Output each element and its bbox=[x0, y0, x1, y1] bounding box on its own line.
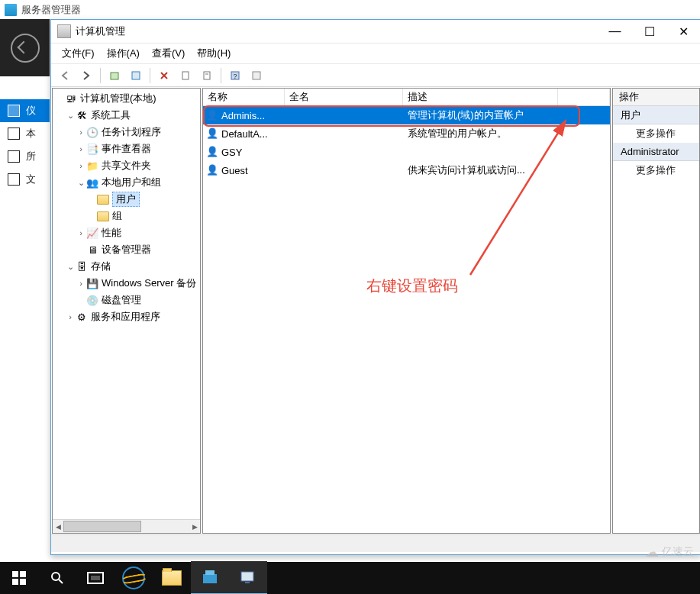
actions-more-2[interactable]: 更多操作 bbox=[613, 161, 699, 179]
taskbar-explorer[interactable] bbox=[153, 562, 191, 594]
nav-file[interactable]: 文 bbox=[0, 168, 50, 191]
actions-group-administrator[interactable]: Administrator bbox=[613, 143, 699, 161]
taskbar-servermanager[interactable] bbox=[191, 561, 229, 594]
compmgmt-icon bbox=[239, 568, 257, 586]
svg-rect-16 bbox=[245, 582, 250, 583]
menu-action[interactable]: 操作(A) bbox=[102, 44, 144, 63]
cm-titlebar[interactable]: 计算机管理 — ☐ ✕ bbox=[51, 20, 700, 44]
tree-users[interactable]: 用户 bbox=[53, 191, 201, 208]
taskbar-ie[interactable] bbox=[115, 562, 153, 594]
start-button[interactable] bbox=[0, 562, 38, 594]
nav-all[interactable]: 所 bbox=[0, 145, 50, 168]
actions-header: 操作 bbox=[613, 89, 699, 106]
taskbar[interactable] bbox=[0, 562, 700, 594]
toolbar-sep2 bbox=[150, 68, 150, 83]
tree-wsb[interactable]: ›💾Windows Server 备份 bbox=[53, 275, 201, 292]
svg-rect-3 bbox=[204, 72, 210, 79]
back-icon[interactable] bbox=[56, 66, 74, 85]
user-disabled-icon: 👤 bbox=[206, 164, 218, 176]
col-desc[interactable]: 描述 bbox=[403, 89, 558, 105]
tree-localusers[interactable]: ⌄👥本地用户和组 bbox=[53, 174, 201, 191]
tree-sharedfolders[interactable]: ›📁共享文件夹 bbox=[53, 157, 201, 174]
watermark: ☁ 亿速云 bbox=[645, 544, 694, 560]
svg-rect-7 bbox=[253, 72, 260, 79]
tree-hscrollbar[interactable]: ◀ ▶ bbox=[53, 519, 200, 533]
cm-toolbar: ? bbox=[51, 64, 700, 87]
perf-icon: 📈 bbox=[86, 227, 98, 239]
storage-icon: 🗄 bbox=[76, 260, 88, 273]
server-manager-icon bbox=[5, 4, 17, 16]
tree-devmgr[interactable]: 🖥设备管理器 bbox=[53, 241, 201, 258]
disk-icon: 💿 bbox=[86, 294, 98, 306]
svg-point-9 bbox=[52, 573, 60, 580]
actions-more-1[interactable]: 更多操作 bbox=[613, 124, 699, 143]
properties-icon[interactable] bbox=[127, 66, 145, 85]
tree-storage[interactable]: ⌄🗄存储 bbox=[53, 258, 201, 275]
col-name[interactable]: 名称 bbox=[203, 89, 285, 105]
windows-icon bbox=[12, 571, 26, 585]
minimize-button[interactable]: — bbox=[598, 20, 632, 43]
tree-eventviewer[interactable]: ›📑事件查看器 bbox=[53, 140, 201, 157]
tree-groups[interactable]: 组 bbox=[53, 208, 201, 224]
cm-menubar: 文件(F) 操作(A) 查看(V) 帮助(H) bbox=[51, 44, 700, 64]
toolbar-sep3 bbox=[221, 68, 221, 83]
svg-rect-0 bbox=[111, 73, 118, 79]
cm-title: 计算机管理 bbox=[76, 24, 598, 38]
server-manager-icon bbox=[201, 568, 219, 586]
col-spare[interactable] bbox=[558, 89, 610, 105]
back-button[interactable] bbox=[0, 19, 50, 76]
users-icon: 👥 bbox=[86, 176, 98, 189]
taskbar-taskview[interactable] bbox=[76, 562, 115, 594]
doc1-icon[interactable] bbox=[176, 66, 195, 85]
actions-group-users[interactable]: 用户 bbox=[613, 106, 699, 124]
refresh-icon[interactable] bbox=[247, 66, 266, 85]
tree-performance[interactable]: ›📈性能 bbox=[53, 224, 201, 241]
folder-icon bbox=[97, 210, 109, 222]
tree-pane[interactable]: 🖳计算机管理(本地) ⌄🛠系统工具 ›🕒任务计划程序 ›📑事件查看器 ›📁共享文… bbox=[52, 88, 201, 534]
taskbar-search[interactable] bbox=[38, 562, 76, 594]
nav-local[interactable]: 本 bbox=[0, 122, 50, 145]
menu-file[interactable]: 文件(F) bbox=[57, 44, 99, 63]
user-disabled-icon: 👤 bbox=[206, 128, 218, 140]
close-button[interactable]: ✕ bbox=[666, 20, 700, 43]
doc2-icon[interactable] bbox=[198, 66, 216, 85]
scroll-thumb[interactable] bbox=[63, 521, 141, 532]
scroll-right-icon[interactable]: ▶ bbox=[189, 520, 200, 533]
forward-icon[interactable] bbox=[77, 66, 95, 85]
user-row-gsy[interactable]: 👤 GSY bbox=[203, 143, 610, 161]
user-row-defaultaccount[interactable]: 👤 DefaultA... 系统管理的用户帐户。 bbox=[203, 124, 610, 143]
up-icon[interactable] bbox=[105, 66, 124, 85]
maximize-button[interactable]: ☐ bbox=[632, 20, 666, 43]
col-fullname[interactable]: 全名 bbox=[285, 89, 403, 105]
svg-rect-2 bbox=[182, 72, 189, 79]
cloud-icon: ☁ bbox=[645, 544, 659, 560]
taskbar-compmgmt[interactable] bbox=[229, 561, 267, 594]
scroll-left-icon[interactable]: ◀ bbox=[53, 520, 63, 533]
cm-body: 🖳计算机管理(本地) ⌄🛠系统工具 ›🕒任务计划程序 ›📑事件查看器 ›📁共享文… bbox=[51, 87, 700, 534]
delete-icon[interactable] bbox=[155, 66, 173, 85]
cm-statusbar bbox=[51, 534, 700, 552]
event-icon: 📑 bbox=[86, 143, 98, 155]
help-icon[interactable]: ? bbox=[226, 66, 244, 85]
nav-dashboard[interactable]: 仪 bbox=[0, 99, 50, 122]
tree-systools[interactable]: ⌄🛠系统工具 bbox=[53, 107, 201, 124]
svg-rect-13 bbox=[203, 574, 217, 583]
user-row-administrator[interactable]: 👤 Adminis... 管理计算机(域)的内置帐户 bbox=[203, 106, 610, 124]
computer-icon: 🖳 bbox=[65, 92, 77, 105]
annotation-text: 右键设置密码 bbox=[366, 276, 458, 296]
taskview-icon bbox=[87, 571, 104, 585]
list-pane[interactable]: 名称 全名 描述 👤 Adminis... 管理计算机(域)的内置帐户 👤 De… bbox=[202, 88, 611, 534]
svg-rect-12 bbox=[91, 576, 100, 580]
tree-root[interactable]: 🖳计算机管理(本地) bbox=[53, 90, 201, 107]
tree-services[interactable]: ›⚙服务和应用程序 bbox=[53, 308, 201, 325]
menu-help[interactable]: 帮助(H) bbox=[192, 44, 235, 63]
user-row-guest[interactable]: 👤 Guest 供来宾访问计算机或访问... bbox=[203, 161, 610, 179]
services-icon: ⚙ bbox=[76, 311, 88, 323]
folder-icon bbox=[162, 570, 182, 586]
user-icon: 👤 bbox=[206, 109, 218, 121]
tree-diskmgmt[interactable]: 💿磁盘管理 bbox=[53, 292, 201, 308]
user-icon: 👤 bbox=[206, 146, 218, 158]
folder-icon bbox=[97, 193, 109, 205]
menu-view[interactable]: 查看(V) bbox=[147, 44, 189, 63]
tree-tasksched[interactable]: ›🕒任务计划程序 bbox=[53, 124, 201, 140]
